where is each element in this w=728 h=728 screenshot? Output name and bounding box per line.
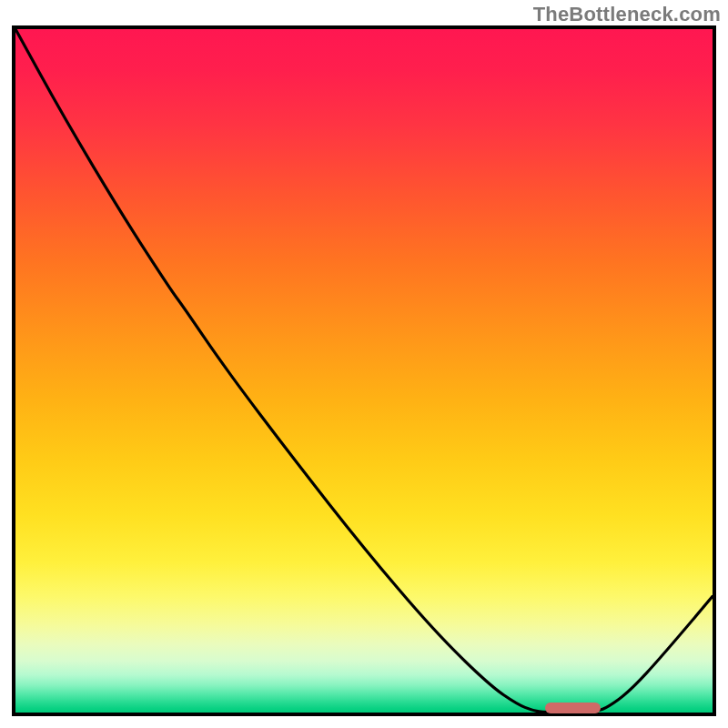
chart-curve-svg [15, 29, 713, 713]
attribution-text: TheBottleneck.com [533, 3, 721, 26]
chart-optimum-marker [545, 703, 601, 713]
chart-curve [15, 29, 713, 713]
chart-frame [12, 25, 716, 716]
